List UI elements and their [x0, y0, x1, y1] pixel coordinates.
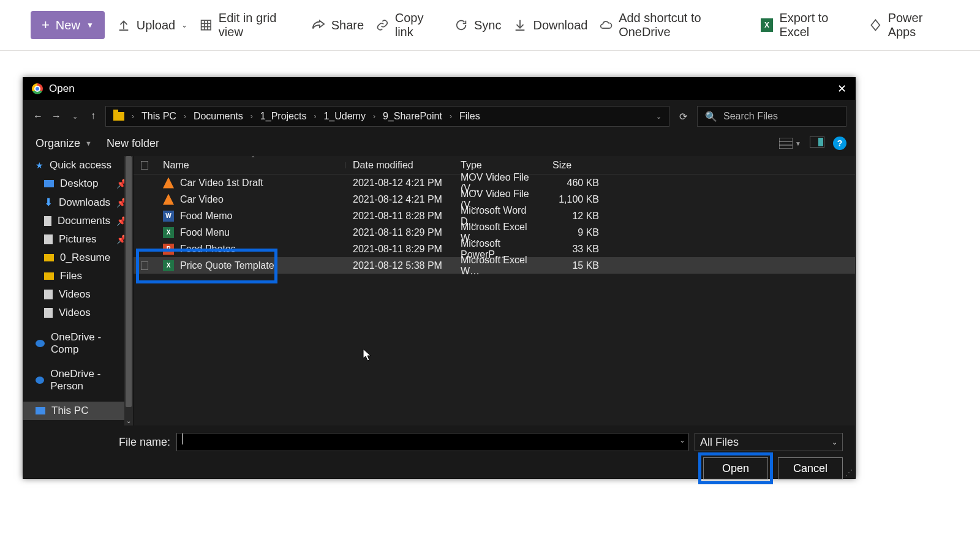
- desktop-icon: [44, 180, 54, 187]
- sidebar-quick-access[interactable]: ★Quick access: [23, 156, 133, 174]
- search-input[interactable]: 🔍 Search Files: [697, 106, 846, 127]
- crumb-projects[interactable]: 1_Projects: [260, 111, 307, 122]
- sidebar-label: Desktop: [60, 178, 98, 190]
- chrome-icon: [32, 83, 43, 94]
- view-details-button[interactable]: ▼: [779, 138, 801, 149]
- sidebar-label: Videos: [59, 288, 91, 301]
- sidebar-pictures[interactable]: Pictures📌: [23, 230, 133, 249]
- address-dropdown-icon[interactable]: ⌄: [656, 113, 662, 121]
- column-size[interactable]: Size: [545, 160, 606, 171]
- address-bar[interactable]: › This PC › Documents › 1_Projects › 1_U…: [105, 106, 669, 127]
- add-shortcut-label: Add shortcut to OneDrive: [619, 11, 748, 39]
- sidebar-onedrive-comp[interactable]: OneDrive - Comp: [23, 328, 133, 359]
- ppt-icon: [163, 244, 174, 255]
- chevron-down-icon: ⌄: [832, 438, 837, 446]
- back-button[interactable]: ←: [32, 111, 44, 122]
- new-label: New: [56, 18, 80, 32]
- sidebar-documents[interactable]: Documents📌: [23, 212, 133, 230]
- download-button[interactable]: Download: [513, 18, 587, 32]
- new-folder-button[interactable]: New folder: [107, 137, 159, 150]
- column-name[interactable]: Name⌃: [156, 160, 345, 171]
- column-date[interactable]: Date modified: [345, 160, 453, 171]
- column-type[interactable]: Type: [453, 160, 545, 171]
- select-all-checkbox[interactable]: [141, 161, 148, 170]
- svg-rect-0: [202, 20, 211, 30]
- file-size: 1,100 KB: [545, 194, 606, 205]
- file-name-input[interactable]: ⌄: [176, 433, 688, 451]
- file-name-label: File name:: [36, 436, 170, 449]
- share-button[interactable]: Share: [312, 18, 364, 32]
- sidebar-videos[interactable]: Videos: [23, 304, 133, 322]
- refresh-button[interactable]: ⟳: [679, 111, 687, 122]
- copy-link-button[interactable]: Copy link: [376, 11, 442, 39]
- sidebar-onedrive-pers[interactable]: OneDrive - Person: [23, 365, 133, 395]
- add-shortcut-button[interactable]: Add shortcut to OneDrive: [600, 11, 748, 39]
- crumb-sharepoint[interactable]: 9_SharePoint: [383, 111, 442, 122]
- edit-grid-button[interactable]: Edit in grid view: [200, 11, 300, 39]
- sidebar-videos[interactable]: Videos: [23, 285, 133, 304]
- crumb-files[interactable]: Files: [459, 111, 480, 122]
- column-label: Size: [552, 160, 571, 170]
- crumb-udemy[interactable]: 1_Udemy: [323, 111, 365, 122]
- preview-pane-button[interactable]: [810, 137, 824, 150]
- sidebar-label: Quick access: [50, 159, 111, 171]
- folder-icon: [44, 254, 54, 261]
- help-button[interactable]: ?: [833, 137, 846, 150]
- recent-button[interactable]: ⌄: [69, 113, 81, 121]
- monitor-icon: [36, 407, 45, 414]
- filter-label: All Files: [700, 436, 739, 449]
- cloud-icon: [36, 377, 44, 384]
- file-name: Price Quote Template: [180, 260, 274, 271]
- file-date: 2021-08-11 8:28 PM: [345, 211, 453, 222]
- dialog-title: Open: [49, 83, 75, 95]
- vlc-icon: [163, 194, 174, 205]
- power-apps-icon: [869, 18, 882, 32]
- cloud-icon: [36, 340, 45, 347]
- file-size: 15 KB: [545, 260, 606, 271]
- sidebar-this-pc[interactable]: This PC: [23, 402, 133, 420]
- export-excel-button[interactable]: X Export to Excel: [761, 11, 857, 39]
- dialog-footer: File name: ⌄ All Files ⌄ Open Cancel: [23, 425, 855, 485]
- file-type-filter[interactable]: All Files ⌄: [695, 433, 843, 451]
- organize-button[interactable]: Organize ▼: [36, 137, 92, 150]
- sidebar-files[interactable]: Files: [23, 267, 133, 285]
- sidebar-scrollbar[interactable]: ⌄: [124, 156, 133, 425]
- sidebar: ★Quick access Desktop📌 ⬇Downloads📌 Docum…: [23, 156, 134, 425]
- chevron-down-icon: ▼: [85, 140, 92, 147]
- file-open-dialog: Open ✕ ← → ⌄ ↑ › This PC › Documents › 1…: [23, 77, 856, 479]
- pictures-icon: [44, 234, 53, 244]
- chevron-down-icon[interactable]: ⌄: [679, 436, 685, 444]
- row-checkbox[interactable]: [141, 261, 148, 270]
- sidebar-label: 0_Resume: [60, 252, 110, 264]
- sidebar-label: OneDrive - Person: [50, 368, 127, 392]
- sidebar-desktop[interactable]: Desktop📌: [23, 174, 133, 193]
- crumb-documents[interactable]: Documents: [194, 111, 243, 122]
- open-button[interactable]: Open: [703, 457, 768, 479]
- share-label: Share: [331, 18, 364, 32]
- file-name: Car Video 1st Draft: [180, 178, 263, 189]
- sync-button[interactable]: Sync: [454, 18, 501, 32]
- download-icon: ⬇: [44, 196, 53, 209]
- scrollbar-thumb[interactable]: [126, 156, 132, 407]
- new-button[interactable]: + New ▼: [31, 11, 105, 39]
- cancel-button[interactable]: Cancel: [778, 457, 843, 479]
- file-type: Microsoft Excel W…: [453, 255, 545, 277]
- forward-button[interactable]: →: [50, 111, 62, 122]
- chevron-right-icon: ›: [251, 112, 253, 121]
- close-button[interactable]: ✕: [837, 82, 846, 96]
- crumb-this-pc[interactable]: This PC: [141, 111, 176, 122]
- up-button[interactable]: ↑: [87, 110, 99, 121]
- file-date: 2021-08-12 4:21 PM: [345, 178, 453, 189]
- upload-button[interactable]: Upload ⌄: [117, 18, 187, 32]
- edit-grid-label: Edit in grid view: [219, 11, 300, 39]
- upload-label: Upload: [137, 18, 175, 32]
- sync-label: Sync: [474, 18, 501, 32]
- power-apps-button[interactable]: Power Apps: [869, 11, 949, 39]
- sidebar-label: This PC: [51, 405, 88, 417]
- documents-icon: [44, 216, 51, 226]
- sidebar-downloads[interactable]: ⬇Downloads📌: [23, 193, 133, 212]
- resize-grip-icon[interactable]: ⋰: [845, 468, 853, 477]
- file-row[interactable]: Price Quote Template 2021-08-12 5:38 PM …: [134, 257, 855, 274]
- sidebar-label: Downloads: [59, 197, 110, 209]
- sidebar-resume[interactable]: 0_Resume: [23, 249, 133, 267]
